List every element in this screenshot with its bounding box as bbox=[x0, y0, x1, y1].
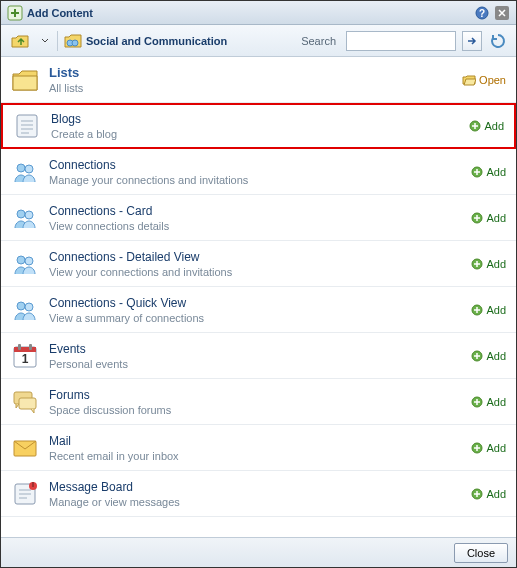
people-icon bbox=[11, 250, 39, 278]
plus-icon bbox=[471, 258, 483, 270]
item-title[interactable]: Connections - Detailed View bbox=[49, 250, 471, 264]
plus-icon bbox=[471, 488, 483, 500]
svg-point-22 bbox=[25, 303, 33, 311]
svg-text:?: ? bbox=[479, 8, 485, 19]
add-button[interactable]: Add bbox=[471, 350, 506, 362]
list-item: ConnectionsManage your connections and i… bbox=[1, 149, 516, 195]
calendar-icon: 1 bbox=[11, 342, 39, 370]
item-desc: View your connections and invitations bbox=[49, 266, 471, 278]
add-content-icon bbox=[7, 5, 23, 21]
item-text: Connections - Detailed ViewView your con… bbox=[49, 250, 471, 278]
item-desc: View a summary of connections bbox=[49, 312, 471, 324]
add-label: Add bbox=[486, 304, 506, 316]
svg-point-16 bbox=[25, 211, 33, 219]
folder-open-icon bbox=[462, 74, 476, 86]
item-desc: All lists bbox=[49, 82, 462, 94]
folder-icon bbox=[11, 66, 39, 94]
item-title[interactable]: Events bbox=[49, 342, 471, 356]
plus-icon bbox=[471, 212, 483, 224]
list-item: ForumsSpace discussion forumsAdd bbox=[1, 379, 516, 425]
svg-point-21 bbox=[17, 302, 25, 310]
item-text: BlogsCreate a blog bbox=[51, 112, 469, 140]
people-icon bbox=[11, 158, 39, 186]
list-item: 1EventsPersonal eventsAdd bbox=[1, 333, 516, 379]
plus-icon bbox=[471, 166, 483, 178]
refresh-button[interactable] bbox=[488, 31, 508, 51]
add-label: Add bbox=[486, 212, 506, 224]
add-label: Add bbox=[486, 442, 506, 454]
close-button[interactable]: Close bbox=[454, 543, 508, 563]
item-text: EventsPersonal events bbox=[49, 342, 471, 370]
add-label: Add bbox=[486, 396, 506, 408]
list-item: Message BoardManage or view messagesAdd bbox=[1, 471, 516, 517]
add-button[interactable]: Add bbox=[471, 304, 506, 316]
list-item: Connections - CardView connections detai… bbox=[1, 195, 516, 241]
list-item: Connections - Quick ViewView a summary o… bbox=[1, 287, 516, 333]
item-title[interactable]: Connections - Quick View bbox=[49, 296, 471, 310]
item-title[interactable]: Blogs bbox=[51, 112, 469, 126]
open-button[interactable]: Open bbox=[462, 74, 506, 86]
add-label: Add bbox=[484, 120, 504, 132]
item-title[interactable]: Connections bbox=[49, 158, 471, 172]
forum-icon bbox=[11, 388, 39, 416]
item-desc: Recent email in your inbox bbox=[49, 450, 471, 462]
item-title[interactable]: Lists bbox=[49, 65, 462, 80]
list-item: Connections - Detailed ViewView your con… bbox=[1, 241, 516, 287]
plus-icon bbox=[471, 304, 483, 316]
svg-point-12 bbox=[17, 164, 25, 172]
item-text: Message BoardManage or view messages bbox=[49, 480, 471, 508]
plus-icon bbox=[471, 442, 483, 454]
toolbar: Social and Communication Search bbox=[1, 25, 516, 57]
open-label: Open bbox=[479, 74, 506, 86]
svg-text:1: 1 bbox=[22, 352, 29, 366]
folder-icon bbox=[64, 33, 82, 49]
add-button[interactable]: Add bbox=[471, 166, 506, 178]
item-text: Connections - Quick ViewView a summary o… bbox=[49, 296, 471, 324]
add-label: Add bbox=[486, 350, 506, 362]
toolbar-separator bbox=[57, 31, 58, 51]
svg-point-19 bbox=[25, 257, 33, 265]
svg-rect-26 bbox=[18, 344, 21, 350]
breadcrumb-label: Social and Communication bbox=[86, 35, 227, 47]
list-item: BlogsCreate a blogAdd bbox=[1, 103, 516, 149]
item-title[interactable]: Message Board bbox=[49, 480, 471, 494]
item-title[interactable]: Mail bbox=[49, 434, 471, 448]
item-title[interactable]: Forums bbox=[49, 388, 471, 402]
item-desc: Manage or view messages bbox=[49, 496, 471, 508]
people-icon bbox=[11, 204, 39, 232]
add-button[interactable]: Add bbox=[471, 488, 506, 500]
dialog-titlebar: Add Content ? bbox=[1, 1, 516, 25]
svg-point-13 bbox=[25, 165, 33, 173]
dialog-title: Add Content bbox=[27, 7, 470, 19]
search-go-button[interactable] bbox=[462, 31, 482, 51]
item-text: MailRecent email in your inbox bbox=[49, 434, 471, 462]
add-label: Add bbox=[486, 488, 506, 500]
add-button[interactable]: Add bbox=[471, 396, 506, 408]
dialog-footer: Close bbox=[1, 537, 516, 567]
item-title[interactable]: Connections - Card bbox=[49, 204, 471, 218]
dropdown-arrow-icon[interactable] bbox=[39, 35, 51, 47]
add-button[interactable]: Add bbox=[471, 442, 506, 454]
item-text: Connections - CardView connections detai… bbox=[49, 204, 471, 232]
help-icon[interactable]: ? bbox=[474, 5, 490, 21]
svg-rect-31 bbox=[19, 398, 36, 409]
up-folder-button[interactable] bbox=[9, 31, 33, 51]
svg-rect-27 bbox=[29, 344, 32, 350]
item-desc: Personal events bbox=[49, 358, 471, 370]
content-list: ListsAll listsOpenBlogsCreate a blogAddC… bbox=[1, 57, 516, 537]
breadcrumb[interactable]: Social and Communication bbox=[64, 33, 295, 49]
add-button[interactable]: Add bbox=[469, 120, 504, 132]
add-button[interactable]: Add bbox=[471, 258, 506, 270]
svg-point-5 bbox=[72, 40, 78, 46]
add-button[interactable]: Add bbox=[471, 212, 506, 224]
svg-point-18 bbox=[17, 256, 25, 264]
close-icon[interactable] bbox=[494, 5, 510, 21]
item-desc: Create a blog bbox=[51, 128, 469, 140]
item-desc: Manage your connections and invitations bbox=[49, 174, 471, 186]
search-input[interactable] bbox=[346, 31, 456, 51]
item-text: ListsAll lists bbox=[49, 65, 462, 94]
people-icon bbox=[11, 296, 39, 324]
doc-icon bbox=[13, 112, 41, 140]
item-text: ForumsSpace discussion forums bbox=[49, 388, 471, 416]
svg-point-15 bbox=[17, 210, 25, 218]
